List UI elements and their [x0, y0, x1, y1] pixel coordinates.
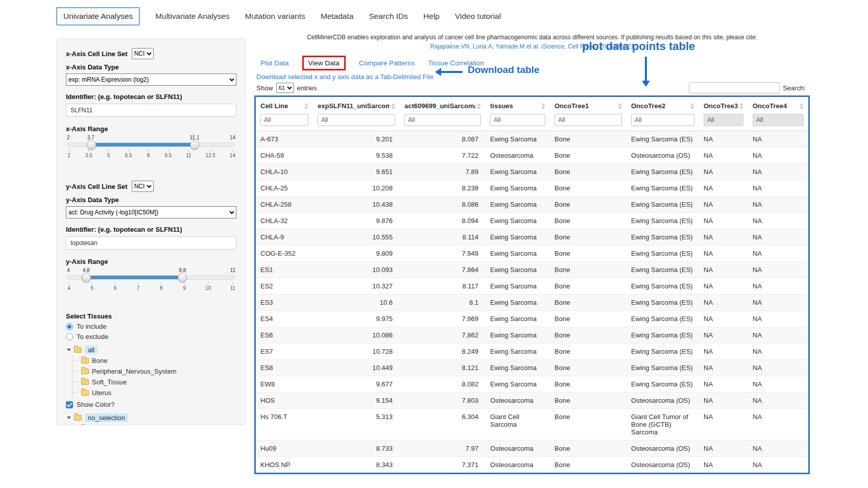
column-filter-oncotree4[interactable] [753, 114, 804, 126]
subtab-plot-data[interactable]: Plot Data [260, 59, 289, 67]
cell: CHLA-258 [256, 197, 313, 213]
table-row-ew8[interactable]: EW89.6778.082Ewing SarcomaBoneEwing Sarc… [256, 376, 808, 393]
table-row-cha-59[interactable]: CHA-599.5387.722OsteosarcomaBoneOsteosar… [256, 148, 808, 164]
tree-node-uterus[interactable]: Uterus [73, 387, 236, 398]
table-row-chla-25[interactable]: CHLA-2510.2088.239Ewing SarcomaBoneEwing… [256, 180, 808, 197]
cell: NA [748, 164, 808, 180]
tree-node-no-selection[interactable]: no_selection [67, 412, 236, 423]
column-header-act609699-unisarcoma[interactable]: act609699_uniSarcoma [400, 97, 486, 113]
column-filter-expslfn11-unisarcoma[interactable] [318, 114, 395, 126]
caret-down-icon[interactable] [67, 349, 71, 351]
x-cell-line-set-select[interactable]: NCI [132, 48, 154, 59]
column-header-tissues[interactable]: tissues [486, 97, 550, 113]
radio-to-exclude[interactable]: To exclude [66, 333, 236, 340]
table-row-hs-706-t[interactable]: Hs 706.T5.3136.304Giant Cell SarcomaBone… [256, 409, 808, 441]
search-input[interactable] [689, 82, 780, 93]
table-row-es4[interactable]: ES49.9757.969Ewing SarcomaBoneEwing Sarc… [256, 311, 808, 327]
caret-down-icon[interactable] [67, 417, 71, 419]
column-filter-oncotree3[interactable] [704, 114, 743, 126]
column-filter-cell-line[interactable] [260, 114, 308, 126]
nav-tab-univariate-analyses[interactable]: Univariate Analyses [56, 7, 140, 26]
y-cell-line-set-select[interactable]: NCI [132, 181, 154, 192]
tree-node-peripheral-nervous-system[interactable]: Peripheral_Nervous_System [73, 366, 236, 377]
y-range-slider[interactable]: 4 4.8 8.8 11 4567891011 [67, 267, 235, 291]
table-row-a-673[interactable]: A-6739.2018.087Ewing SarcomaBoneEwing Sa… [256, 131, 808, 148]
table-row-chla-9[interactable]: CHLA-910.5558.114Ewing SarcomaBoneEwing … [256, 229, 808, 246]
radio-to-include[interactable]: To include [66, 323, 236, 330]
column-header-cell-line[interactable]: Cell Line [256, 97, 313, 113]
column-header-expslfn11-unisarcoma[interactable]: expSLFN11_uniSarcoma [313, 97, 400, 113]
sort-icon[interactable] [690, 103, 694, 109]
y-slider-handle-high[interactable] [178, 273, 187, 282]
table-row-es8[interactable]: ES810.4498.121Ewing SarcomaBoneEwing Sar… [256, 360, 808, 376]
sort-icon[interactable] [739, 103, 743, 109]
x-slider-handle-high[interactable] [190, 140, 199, 150]
tree-node-bone[interactable]: Bone [73, 355, 236, 366]
tree-children: BonePeripheral_Nervous_SystemSoft_Tissue… [72, 423, 236, 425]
cell: NA [699, 311, 748, 327]
sort-icon[interactable] [618, 103, 622, 109]
nav-tab-help[interactable]: Help [423, 12, 440, 21]
cell: 9.201 [313, 131, 400, 148]
y-identifier-input[interactable] [66, 236, 236, 250]
checkbox-checked-icon[interactable] [66, 401, 73, 408]
download-tab-delimited-link[interactable]: Download selected x and y axis data as a… [256, 73, 433, 81]
x-data-type-select[interactable]: exp: mRNA Expression (log2) [66, 74, 236, 86]
cell: 7.864 [400, 262, 486, 278]
tree-node-soft-tissue[interactable]: Soft_Tissue [73, 377, 236, 387]
table-row-cog-e-352[interactable]: COG-E-3529.8097.949Ewing SarcomaBoneEwin… [256, 246, 808, 262]
table-row-es1[interactable]: ES110.0937.864Ewing SarcomaBoneEwing Sar… [256, 262, 808, 278]
sort-icon[interactable] [391, 103, 395, 109]
x-slider-handle-low[interactable] [87, 140, 96, 150]
citation-link[interactable]: Rajapakse.VN, Luna.A, Yamade.M et al. iS… [254, 42, 810, 51]
column-header-oncotree1[interactable]: OncoTree1 [550, 97, 626, 113]
nav-tab-multivariate-analyses[interactable]: Multivariate Analyses [155, 12, 230, 21]
table-row-hu09[interactable]: Hu098.7337.97OsteosarcomaBoneOsteosarcom… [256, 441, 808, 457]
tree-node-bone[interactable]: Bone [73, 423, 236, 425]
nav-tab-search-ids[interactable]: Search IDs [369, 12, 408, 21]
subtab-view-data[interactable]: View Data [308, 59, 340, 67]
entries-select[interactable]: 61 [276, 83, 294, 93]
nav-tab-mutation-variants[interactable]: Mutation variants [245, 12, 305, 21]
table-row-chla-258[interactable]: CHLA-25810.4388.086Ewing SarcomaBoneEwin… [256, 197, 808, 213]
cell: 9.651 [313, 164, 400, 180]
column-filter-act609699-unisarcoma[interactable] [404, 114, 481, 126]
table-row-es3[interactable]: ES310.68.1Ewing SarcomaBoneEwing Sarcoma… [256, 295, 808, 311]
cell: ES1 [256, 262, 313, 278]
x-identifier-input[interactable] [66, 104, 236, 117]
column-header-oncotree4[interactable]: OncoTree4 [748, 97, 808, 113]
table-row-chla-32[interactable]: CHLA-329.8768.094Ewing SarcomaBoneEwing … [256, 213, 808, 229]
radio-unselected-icon[interactable] [66, 333, 73, 340]
nav-tab-metadata[interactable]: Metadata [321, 12, 354, 21]
left-arrow-icon [441, 71, 463, 73]
x-slider-track[interactable] [67, 142, 235, 147]
radio-selected-icon[interactable] [66, 323, 73, 330]
show-color-row[interactable]: Show Color? [66, 401, 236, 408]
table-row-hos[interactable]: HOS9.1547.803OsteosarcomaBoneOsteosarcom… [256, 393, 808, 409]
sort-icon[interactable] [541, 103, 545, 109]
table-row-chla-10[interactable]: CHLA-109.6517.89Ewing SarcomaBoneEwing S… [256, 164, 808, 180]
sort-icon[interactable] [800, 103, 804, 109]
column-header-oncotree2[interactable]: OncoTree2 [626, 97, 699, 113]
table-row-khos-np[interactable]: KHOS NP8.3437.371OsteosarcomaBoneOsteosa… [256, 457, 808, 473]
y-data-type-select[interactable]: act: Drug Activity (-log10[IC50M]) [66, 206, 236, 218]
nav-tab-video-tutorial[interactable]: Video tutorial [455, 12, 501, 21]
y-slider-handle-low[interactable] [82, 273, 91, 282]
table-row-es6[interactable]: ES610.0867.862Ewing SarcomaBoneEwing Sar… [256, 327, 808, 344]
table-row-es2[interactable]: ES210.3278.117Ewing SarcomaBoneEwing Sar… [256, 278, 808, 295]
column-header-oncotree3[interactable]: OncoTree3 [699, 97, 748, 113]
column-filter-tissues[interactable] [490, 114, 545, 126]
folder-icon [81, 369, 89, 374]
column-filter-oncotree1[interactable] [554, 114, 622, 126]
subtab-compare-patterns[interactable]: Compare Patterns [359, 59, 415, 67]
cell: NA [748, 246, 808, 262]
tree-node-all[interactable]: all [67, 345, 236, 355]
x-range-slider[interactable]: 2 3.7 11.1 14 23.556.589.51112.514 [67, 135, 235, 158]
cell: Ewing Sarcoma (ES) [626, 262, 699, 278]
sort-icon[interactable] [304, 103, 308, 109]
y-slider-track[interactable] [67, 275, 235, 280]
table-row-es7[interactable]: ES710.7288.249Ewing SarcomaBoneEwing Sar… [256, 344, 808, 360]
tree-connector [73, 393, 78, 393]
sort-icon[interactable] [477, 103, 481, 109]
column-filter-oncotree2[interactable] [631, 114, 694, 126]
